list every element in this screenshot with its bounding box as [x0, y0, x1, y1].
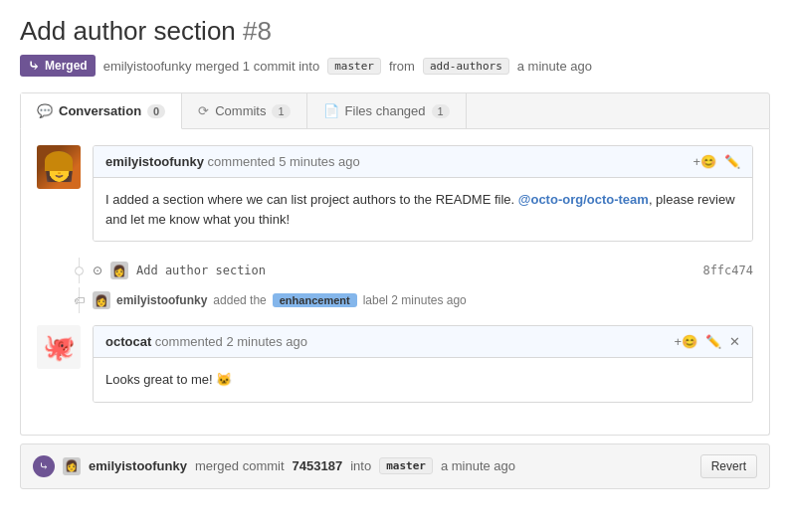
pr-meta-from: from — [389, 59, 415, 74]
comment-author-time-2: octocat commented 2 minutes ago — [105, 334, 307, 349]
pr-title-text: Add author section — [20, 16, 236, 46]
comment-body-2: Looks great to me! 🐱 — [94, 358, 752, 402]
comment-actions-2: +😊 ✏️ ✕ — [674, 334, 740, 349]
content-area: emilyistoofunky commented 5 minutes ago … — [20, 129, 770, 436]
pr-number: #8 — [243, 16, 272, 46]
merge-bar-icon: ⤷ — [33, 455, 55, 477]
branch-master: master — [327, 58, 381, 75]
comment-text-1a: I added a section where we can list proj… — [105, 192, 518, 207]
tab-commits-count: 1 — [272, 104, 290, 118]
label-tag: enhancement — [273, 293, 357, 307]
tab-conversation-count: 0 — [147, 104, 165, 118]
comment-box-2: octocat commented 2 minutes ago +😊 ✏️ ✕ … — [93, 325, 753, 403]
comment-author-2: octocat — [105, 334, 151, 349]
merge-icon: ⤷ — [28, 58, 40, 74]
emoji-button-2[interactable]: +😊 — [674, 334, 697, 349]
tab-files[interactable]: 📄 Files changed 1 — [307, 93, 467, 128]
pr-meta-time: a minute ago — [517, 59, 592, 74]
edit-button-1[interactable]: ✏️ — [724, 154, 740, 169]
merged-badge-label: Merged — [45, 59, 88, 73]
avatar-octocat — [37, 325, 81, 369]
comment-text-2: Looks great to me! 🐱 — [105, 372, 232, 387]
merge-mini-avatar: 👩 — [63, 457, 81, 475]
pr-meta-text: emilyistoofunky merged 1 commit into — [103, 59, 319, 74]
close-button-2[interactable]: ✕ — [729, 334, 740, 349]
tab-files-count: 1 — [432, 104, 450, 118]
timeline-commit-row: ⊙ 👩 Add author section 8ffc474 — [37, 258, 753, 283]
comment-2: octocat commented 2 minutes ago +😊 ✏️ ✕ … — [37, 325, 753, 403]
timeline-commit: ⊙ 👩 Add author section 8ffc474 — [93, 258, 753, 283]
commit-message: Add author section — [136, 264, 266, 277]
edit-button-2[interactable]: ✏️ — [705, 334, 721, 349]
branch-add-authors: add-authors — [423, 58, 509, 75]
merged-badge: ⤷ Merged — [20, 55, 96, 77]
page-container: Add author section #8 ⤷ Merged emilyisto… — [0, 0, 790, 532]
comment-header-2: octocat commented 2 minutes ago +😊 ✏️ ✕ — [94, 326, 752, 358]
label-text1: added the — [213, 293, 266, 307]
comment-author-time-1: emilyistoofunky commented 5 minutes ago — [105, 154, 360, 169]
tab-files-label: Files changed — [345, 103, 426, 118]
merge-text1: merged commit — [195, 458, 285, 473]
comment-body-1: I added a section where we can list proj… — [94, 178, 752, 241]
comment-actions-1: +😊 ✏️ — [692, 154, 740, 169]
commit-sha: 8ffc474 — [702, 264, 753, 277]
commit-mini-avatar: 👩 — [110, 262, 128, 279]
timeline-label: 🏷 👩 emilyistoofunky added the enhancemen… — [93, 287, 753, 313]
mention-team: @octo-org/octo-team — [518, 192, 649, 207]
merge-text2: into — [350, 458, 371, 473]
tab-conversation[interactable]: 💬 Conversation 0 — [21, 93, 182, 129]
timeline-label-row: 🏷 👩 emilyistoofunky added the enhancemen… — [37, 287, 753, 313]
commits-icon: ⟳ — [198, 103, 209, 118]
comment-header-1: emilyistoofunky commented 5 minutes ago … — [94, 146, 752, 178]
merge-bar: ⤷ 👩 emilyistoofunky merged commit 745318… — [20, 443, 770, 489]
conversation-icon: 💬 — [37, 103, 53, 118]
avatar-emily — [37, 145, 81, 189]
label-author: emilyistoofunky — [116, 293, 207, 307]
tab-conversation-label: Conversation — [59, 103, 141, 118]
commit-icon: ⊙ — [93, 264, 102, 277]
tabs-bar: 💬 Conversation 0 ⟳ Commits 1 📄 Files cha… — [20, 92, 770, 129]
files-icon: 📄 — [323, 103, 339, 118]
revert-button[interactable]: Revert — [700, 454, 757, 478]
comment-time-2: commented 2 minutes ago — [155, 334, 307, 349]
tab-commits-label: Commits — [215, 103, 266, 118]
comment-time-1: commented 5 minutes ago — [208, 154, 360, 169]
label-mini-avatar: 👩 — [93, 291, 110, 309]
merge-branch: master — [379, 457, 433, 474]
merge-sha: 7453187 — [293, 458, 343, 473]
comment-author-1: emilyistoofunky — [105, 154, 204, 169]
tab-commits[interactable]: ⟳ Commits 1 — [182, 93, 306, 128]
comment-1: emilyistoofunky commented 5 minutes ago … — [37, 145, 753, 242]
label-text2: label 2 minutes ago — [363, 293, 467, 307]
commit-dot — [75, 266, 84, 275]
pr-meta: ⤷ Merged emilyistoofunky merged 1 commit… — [20, 55, 770, 77]
comment-box-1: emilyistoofunky commented 5 minutes ago … — [93, 145, 753, 242]
label-icon: 🏷 — [73, 294, 86, 307]
merge-author: emilyistoofunky — [89, 458, 187, 473]
emoji-button-1[interactable]: +😊 — [692, 154, 716, 169]
pr-title: Add author section #8 — [20, 16, 770, 47]
merge-text3: a minute ago — [441, 458, 515, 473]
